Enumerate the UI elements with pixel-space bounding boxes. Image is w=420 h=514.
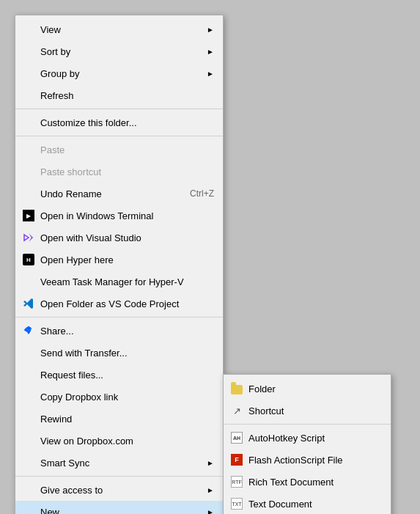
menu-label: Refresh	[40, 90, 214, 101]
menu-label: View	[40, 24, 207, 35]
menu-label: View on Dropbox.com	[40, 436, 214, 447]
menu-label: Paste shortcut	[40, 166, 214, 177]
arrow-icon: ►	[207, 508, 214, 515]
arrow-icon: ►	[207, 70, 214, 78]
submenu-label: Flash ActionScript File	[248, 455, 382, 466]
submenu-item-folder[interactable]: Folder	[224, 378, 391, 400]
menu-item-sort-by[interactable]: Sort by ►	[15, 40, 223, 62]
visual-studio-icon	[21, 230, 36, 245]
menu-item-customize[interactable]: Customize this folder...	[15, 111, 223, 133]
hyper-icon: H	[21, 252, 36, 267]
divider	[15, 476, 223, 477]
menu-item-request-files[interactable]: Request files...	[15, 364, 223, 386]
shortcut-icon: ↗	[229, 403, 244, 418]
divider	[15, 136, 223, 136]
undo-icon	[21, 186, 36, 201]
menu-item-veeam[interactable]: Veeam Task Manager for Hyper-V	[15, 271, 223, 293]
shortcut-label: Ctrl+Z	[190, 188, 214, 199]
text-doc-icon: TXT	[229, 496, 244, 511]
menu-item-rewind[interactable]: Rewind	[15, 408, 223, 430]
submenu-label: Shortcut	[248, 405, 382, 416]
menu-label: Request files...	[40, 370, 214, 381]
menu-item-share[interactable]: Share...	[15, 320, 223, 342]
menu-label: Paste	[40, 144, 214, 155]
menu-item-open-vs[interactable]: Open with Visual Studio	[15, 227, 223, 249]
dropbox-share-icon	[21, 323, 36, 338]
context-menu: View ► Sort by ► Group by ► Refresh Cust…	[15, 15, 224, 514]
arrow-icon: ►	[207, 459, 214, 467]
menu-item-send-transfer[interactable]: Send with Transfer...	[15, 342, 223, 364]
divider	[15, 109, 223, 109]
paste-icon	[21, 142, 36, 157]
refresh-icon	[21, 88, 36, 103]
submenu-label: Text Document	[248, 499, 382, 510]
new-submenu: Folder ↗ Shortcut AH AutoHotkey Script F…	[223, 374, 391, 514]
menu-item-paste[interactable]: Paste	[15, 139, 223, 161]
menu-label: Veeam Task Manager for Hyper-V	[40, 276, 214, 287]
menu-item-copy-link[interactable]: Copy Dropbox link	[15, 386, 223, 408]
sort-icon	[21, 44, 36, 59]
terminal-icon: ▶	[21, 208, 36, 223]
menu-item-new[interactable]: New ►	[15, 501, 223, 514]
menu-label: Share...	[40, 326, 214, 337]
smart-sync-icon	[21, 455, 36, 470]
request-icon	[21, 367, 36, 382]
vscode-icon	[21, 296, 36, 311]
submenu-item-autohotkey[interactable]: AH AutoHotkey Script	[224, 427, 391, 449]
menu-label: Copy Dropbox link	[40, 392, 214, 403]
autohotkey-icon: AH	[229, 430, 244, 445]
view-icon	[21, 22, 36, 37]
menu-item-paste-shortcut[interactable]: Paste shortcut	[15, 161, 223, 183]
veeam-icon	[21, 274, 36, 289]
menu-item-group-by[interactable]: Group by ►	[15, 62, 223, 84]
new-icon	[21, 504, 36, 514]
menu-item-undo-rename[interactable]: Undo Rename Ctrl+Z	[15, 183, 223, 205]
give-access-icon	[21, 482, 36, 497]
svg-marker-0	[24, 235, 29, 241]
submenu-item-text[interactable]: TXT Text Document	[224, 493, 391, 514]
submenu-item-flash[interactable]: F Flash ActionScript File	[224, 449, 391, 471]
arrow-icon: ►	[207, 26, 214, 34]
paste-shortcut-icon	[21, 164, 36, 179]
menu-item-give-access[interactable]: Give access to ►	[15, 479, 223, 501]
menu-label: Undo Rename	[40, 188, 175, 199]
menu-label: Smart Sync	[40, 458, 207, 469]
group-icon	[21, 66, 36, 81]
menu-label: Rewind	[40, 414, 214, 425]
menu-label: Open Hyper here	[40, 254, 214, 265]
menu-item-view-dropbox[interactable]: View on Dropbox.com	[15, 430, 223, 452]
menu-item-refresh[interactable]: Refresh	[15, 84, 223, 106]
menu-item-view[interactable]: View ►	[15, 18, 223, 40]
transfer-icon	[21, 345, 36, 360]
menu-item-smart-sync[interactable]: Smart Sync ►	[15, 452, 223, 474]
menu-label: Send with Transfer...	[40, 348, 214, 359]
menu-label: Open with Visual Studio	[40, 232, 214, 243]
menu-label: Give access to	[40, 485, 207, 496]
link-icon	[21, 389, 36, 404]
menu-item-open-terminal[interactable]: ▶ Open in Windows Terminal	[15, 205, 223, 227]
menu-label: New	[40, 507, 207, 515]
customize-icon	[21, 115, 36, 130]
menu-label: Customize this folder...	[40, 117, 214, 128]
submenu-label: Folder	[248, 383, 382, 394]
divider	[15, 317, 223, 317]
menu-label: Sort by	[40, 46, 207, 57]
submenu-item-rtf[interactable]: RTF Rich Text Document	[224, 471, 391, 493]
rtf-icon: RTF	[229, 474, 244, 489]
menu-item-open-vscode[interactable]: Open Folder as VS Code Project	[15, 293, 223, 315]
rewind-icon	[21, 411, 36, 426]
arrow-icon: ►	[207, 486, 214, 494]
divider	[224, 424, 391, 425]
menu-label: Open in Windows Terminal	[40, 210, 214, 221]
submenu-label: AutoHotkey Script	[248, 433, 382, 444]
menu-item-open-hyper[interactable]: H Open Hyper here	[15, 249, 223, 271]
menu-label: Open Folder as VS Code Project	[40, 298, 214, 309]
submenu-label: Rich Text Document	[248, 477, 382, 488]
arrow-icon: ►	[207, 48, 214, 56]
menu-label: Group by	[40, 68, 207, 79]
submenu-item-shortcut[interactable]: ↗ Shortcut	[224, 400, 391, 422]
dropbox-web-icon	[21, 433, 36, 448]
svg-marker-5	[27, 332, 30, 334]
flash-icon: F	[229, 452, 244, 467]
folder-icon	[229, 381, 244, 396]
